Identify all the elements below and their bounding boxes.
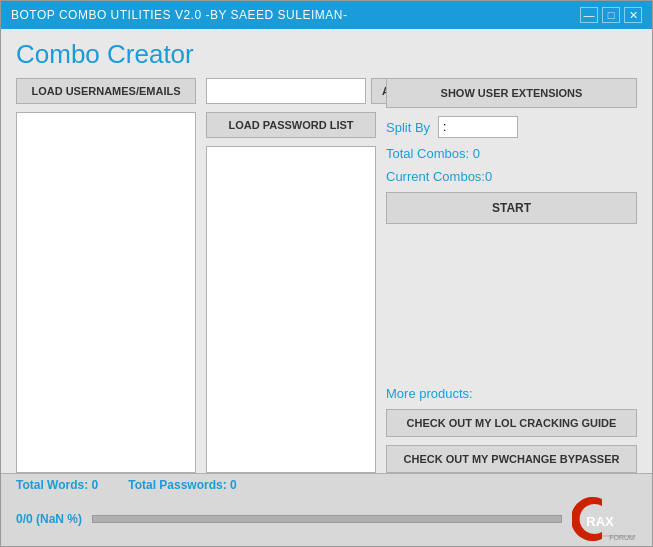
right-panel: SHOW USER EXTENSIONS Split By Total Comb…: [386, 78, 637, 473]
window-title: BOTOP COMBO UTILITIES V2.0 -BY SAEED SUL…: [11, 8, 347, 22]
more-products-label: More products:: [386, 386, 637, 401]
status-row: Total Words: 0 Total Passwords: 0: [16, 478, 637, 492]
progress-text: 0/0 (NaN %): [16, 512, 82, 526]
progress-row: 0/0 (NaN %) RAX FORUM: [16, 494, 637, 544]
middle-panel: ADD LOAD PASSWORD LIST: [206, 78, 376, 473]
total-passwords-status: Total Passwords: 0: [128, 478, 236, 492]
window-controls: — □ ✕: [580, 7, 642, 23]
close-button[interactable]: ✕: [624, 7, 642, 23]
minimize-button[interactable]: —: [580, 7, 598, 23]
split-input[interactable]: [438, 116, 518, 138]
pwchange-button[interactable]: CHECK OUT MY PWCHANGE BYPASSER: [386, 445, 637, 473]
page-title: Combo Creator: [1, 29, 652, 78]
total-words-status: Total Words: 0: [16, 478, 98, 492]
left-panel: LOAD USERNAMES/EMAILS: [16, 78, 196, 473]
crax-logo: RAX FORUM: [572, 494, 637, 544]
passwords-list: [206, 146, 376, 473]
total-combos-label: Total Combos: 0: [386, 146, 637, 161]
window-content: Combo Creator LOAD USERNAMES/EMAILS ADD …: [1, 29, 652, 546]
right-spacer: [386, 232, 637, 368]
start-button[interactable]: START: [386, 192, 637, 224]
current-combos-label: Current Combos:0: [386, 169, 637, 184]
crax-logo-area: RAX FORUM: [572, 494, 637, 544]
title-bar: BOTOP COMBO UTILITIES V2.0 -BY SAEED SUL…: [1, 1, 652, 29]
maximize-button[interactable]: □: [602, 7, 620, 23]
status-bar: Total Words: 0 Total Passwords: 0 0/0 (N…: [1, 473, 652, 546]
usernames-list: [16, 112, 196, 473]
svg-text:RAX: RAX: [586, 514, 614, 529]
progress-bar-container: [92, 515, 562, 523]
add-row: ADD: [206, 78, 376, 104]
lol-guide-button[interactable]: CHECK OUT MY LOL CRACKING GUIDE: [386, 409, 637, 437]
load-password-button[interactable]: LOAD PASSWORD LIST: [206, 112, 376, 138]
add-input[interactable]: [206, 78, 366, 104]
show-extensions-button[interactable]: SHOW USER EXTENSIONS: [386, 78, 637, 108]
svg-text:FORUM: FORUM: [609, 534, 635, 541]
split-label: Split By: [386, 120, 430, 135]
main-window: BOTOP COMBO UTILITIES V2.0 -BY SAEED SUL…: [0, 0, 653, 547]
main-area: LOAD USERNAMES/EMAILS ADD LOAD PASSWORD …: [1, 78, 652, 473]
split-row: Split By: [386, 116, 637, 138]
load-usernames-button[interactable]: LOAD USERNAMES/EMAILS: [16, 78, 196, 104]
